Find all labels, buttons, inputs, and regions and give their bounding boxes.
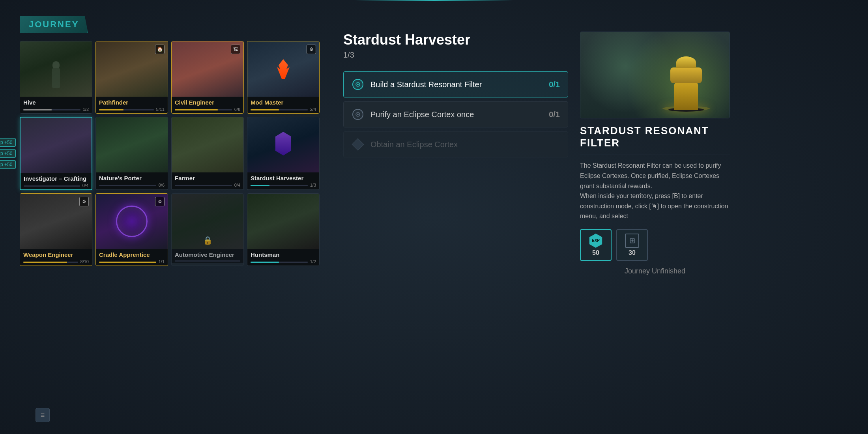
card-cradle-apprentice-progress: 1/1 [159, 259, 165, 264]
detail-panel: STARDUST RESONANT FILTER The Stardust Re… [580, 16, 730, 418]
card-huntsman-name: Huntsman [251, 251, 316, 258]
card-cradle-apprentice[interactable]: ⚙ Cradle Apprentice 1/1 [95, 193, 168, 266]
stardust-machine [666, 59, 706, 110]
quest-panel: Stardust Harvester 1/3 Build a Stardust … [331, 16, 568, 418]
card-automotive-engineer-name: Automotive Engineer [175, 251, 240, 258]
card-investigator-image [21, 118, 92, 173]
card-huntsman[interactable]: Huntsman 1/2 [247, 193, 320, 266]
quest-item-build-filter-icon [352, 78, 364, 91]
card-mod-master-image: ⚙ [247, 41, 319, 97]
card-huntsman-image [247, 194, 319, 249]
card-investigator-progress: 0/4 [82, 183, 88, 188]
mod-master-flame [273, 59, 293, 79]
card-pathfinder[interactable]: 🏠 Pathfinder 5/11 [95, 41, 168, 114]
quest-item-obtain-cortex-icon [352, 138, 364, 151]
card-hive-image [20, 41, 92, 97]
card-farmer-name: Farmer [175, 175, 240, 182]
exp-badge-1: Exp +50 [0, 138, 16, 147]
card-natures-porter-progress: 0/6 [159, 183, 165, 187]
card-natures-porter-name: Nature's Porter [99, 175, 165, 182]
card-cradle-apprentice-icon: ⚙ [155, 197, 165, 206]
bottom-nav: ≡ [36, 408, 50, 422]
card-stardust-harvester-image [247, 117, 319, 172]
quest-item-obtain-cortex-text: Obtain an Eclipse Cortex [370, 140, 560, 149]
card-farmer-image [172, 117, 243, 172]
journey-title: JOURNEY [20, 16, 88, 33]
card-civil-engineer-name: Civil Engineer [175, 99, 240, 106]
card-weapon-engineer-progress: 8/10 [80, 259, 89, 264]
card-cradle-apprentice-image: ⚙ [96, 194, 168, 249]
detail-description: The Stardust Resonant Filter can be used… [580, 155, 730, 221]
quest-item-build-filter[interactable]: Build a Stardust Resonant Filter 0/1 [343, 71, 568, 97]
exp-hex-icon: EXP [589, 234, 603, 248]
card-weapon-engineer-name: Weapon Engineer [23, 251, 89, 258]
cradle-glow [116, 206, 148, 237]
card-civil-engineer-progress: 6/8 [234, 107, 240, 112]
quest-item-build-filter-count: 0/1 [549, 80, 560, 89]
card-pathfinder-image: 🏠 [96, 41, 168, 97]
card-pathfinder-progress: 5/11 [156, 107, 165, 112]
card-stardust-harvester-name: Stardust Harvester [251, 175, 316, 182]
detail-image [580, 32, 730, 118]
card-weapon-engineer-icon: ⚙ [79, 197, 89, 206]
card-mod-master-icon: ⚙ [307, 45, 316, 54]
quest-title: Stardust Harvester [343, 32, 568, 48]
nav-icon[interactable]: ≡ [36, 408, 50, 422]
card-automotive-engineer[interactable]: 🔒 Automotive Engineer [171, 193, 244, 266]
reward-secondary-value: 30 [629, 249, 636, 256]
card-civil-engineer-icon: 🏗 [231, 45, 240, 54]
svg-point-1 [357, 84, 359, 85]
card-farmer[interactable]: Farmer 0/4 [171, 117, 244, 190]
card-weapon-engineer-image: ⚙ [20, 194, 92, 249]
card-hive-progress: 1/2 [83, 107, 89, 112]
card-pathfinder-name: Pathfinder [99, 99, 165, 106]
card-investigator[interactable]: Investigator – Crafting 0/4 [20, 117, 92, 190]
reward-exp-value: 50 [592, 249, 599, 256]
card-mod-master-progress: 2/4 [310, 107, 316, 112]
reward-exp: EXP 50 [580, 229, 612, 261]
card-automotive-engineer-image: 🔒 [172, 194, 243, 249]
quest-item-purify-cortex[interactable]: Purify an Eclipse Cortex once 0/1 [343, 101, 568, 127]
quest-item-purify-cortex-text: Purify an Eclipse Cortex once [370, 110, 542, 119]
svg-point-3 [357, 114, 359, 115]
quest-item-purify-cortex-icon [352, 108, 364, 121]
detail-image-bg [580, 32, 730, 118]
card-investigator-name: Investigator – Crafting [24, 175, 88, 182]
card-pathfinder-icon: 🏠 [155, 45, 165, 54]
card-cradle-apprentice-name: Cradle Apprentice [99, 251, 165, 258]
card-farmer-progress: 0/4 [234, 183, 240, 187]
reward-secondary-icon: ⊞ [625, 234, 639, 248]
journey-panel: JOURNEY Hive 1/2 [20, 16, 320, 418]
card-civil-engineer-image: 🏗 [172, 41, 243, 97]
quest-item-obtain-cortex: Obtain an Eclipse Cortex [343, 131, 568, 157]
quest-progress: 1/3 [343, 51, 568, 60]
card-natures-porter-image [96, 117, 168, 172]
card-civil-engineer[interactable]: 🏗 Civil Engineer 6/8 [171, 41, 244, 114]
card-natures-porter[interactable]: Nature's Porter 0/6 [95, 117, 168, 190]
quest-item-purify-cortex-count: 0/1 [549, 110, 560, 119]
card-mod-master-name: Mod Master [251, 99, 316, 106]
exp-badge-2: Exp +50 [0, 149, 16, 158]
detail-rewards: EXP 50 ⊞ 30 [580, 229, 730, 261]
card-hive[interactable]: Hive 1/2 [20, 41, 92, 114]
card-stardust-harvester-progress: 1/3 [310, 183, 316, 187]
quest-item-build-filter-text: Build a Stardust Resonant Filter [370, 80, 542, 89]
card-weapon-engineer[interactable]: ⚙ Weapon Engineer 8/10 [20, 193, 92, 266]
card-hive-name: Hive [23, 99, 89, 106]
card-stardust-harvester[interactable]: Stardust Harvester 1/3 [247, 117, 320, 190]
detail-name: STARDUST RESONANT FILTER [580, 125, 730, 149]
cards-grid: Hive 1/2 🏠 Pathfinder 5/11 [20, 41, 320, 266]
exp-badge-3: Exp +50 [0, 160, 16, 169]
card-huntsman-progress: 1/2 [310, 259, 316, 264]
reward-secondary: ⊞ 30 [616, 229, 648, 261]
card-mod-master[interactable]: ⚙ Mod Master 2/4 [247, 41, 320, 114]
journey-status: Journey Unfinished [580, 267, 730, 275]
